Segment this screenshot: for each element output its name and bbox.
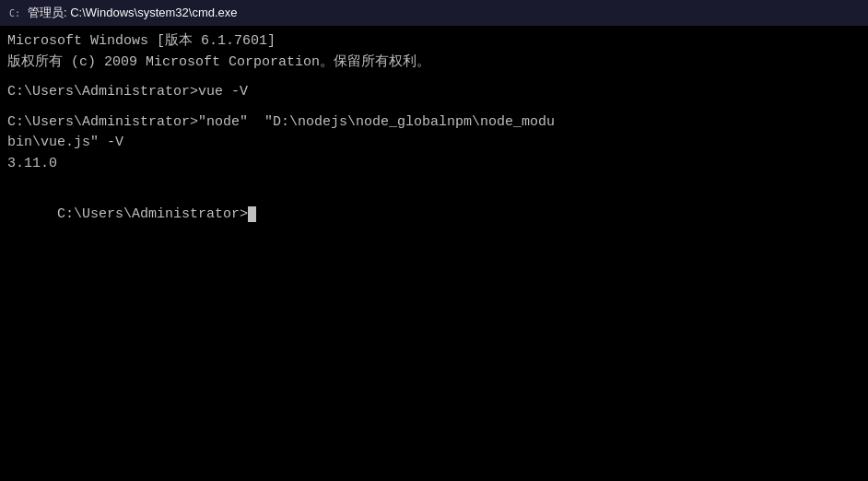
terminal-line-8: 3.11.0 xyxy=(7,154,861,175)
terminal-prompt: C:\Users\Administrator> xyxy=(7,183,861,246)
terminal-line-7: bin\vue.js" -V xyxy=(7,133,861,154)
terminal-line-6: C:\Users\Administrator>"node" "D:\nodejs… xyxy=(7,112,861,134)
cursor xyxy=(248,206,256,222)
terminal-line-2: 版权所有 (c) 2009 Microsoft Corporation。保留所有… xyxy=(7,53,861,74)
terminal-body[interactable]: Microsoft Windows [版本 6.1.7601] 版权所有 (c)… xyxy=(0,26,868,481)
titlebar: C: 管理员: C:\Windows\system32\cmd.exe xyxy=(0,0,868,26)
terminal-line-4: C:\Users\Administrator>vue -V xyxy=(7,82,861,103)
titlebar-text: 管理员: C:\Windows\system32\cmd.exe xyxy=(28,5,238,21)
terminal-line-1: Microsoft Windows [版本 6.1.7601] xyxy=(7,31,861,53)
cmd-window: C: 管理员: C:\Windows\system32\cmd.exe Micr… xyxy=(0,0,868,481)
cmd-icon: C: xyxy=(7,6,22,20)
svg-text:C:: C: xyxy=(9,8,20,18)
